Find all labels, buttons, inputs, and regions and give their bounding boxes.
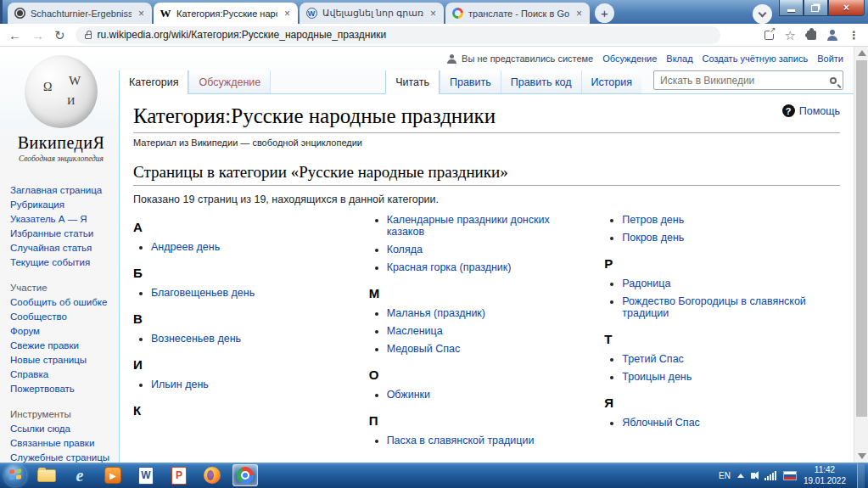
restore-button[interactable] (804, 0, 828, 16)
extensions-puzzle-icon[interactable] (807, 31, 816, 40)
search-icon[interactable] (830, 77, 837, 84)
tab-discussion[interactable]: Обсуждение (188, 70, 271, 93)
sidebar-item-new-pages[interactable]: Новые страницы (10, 355, 112, 366)
tab-search-button[interactable] (753, 4, 772, 24)
url-text[interactable]: ru.wikipedia.org/wiki/Категория:Русские_… (98, 29, 387, 41)
scrollbar-thumb[interactable] (856, 60, 867, 417)
sidebar-item-related-changes[interactable]: Связанные правки (10, 438, 112, 449)
sidebar-item-current-events[interactable]: Текущие события (10, 257, 112, 268)
sidebar-item-donate[interactable]: Пожертвовать (10, 384, 112, 395)
category-page-link[interactable]: Рождество Богородицы в славянской традиц… (622, 295, 806, 319)
tab-close-icon[interactable]: × (283, 8, 292, 20)
category-page-link[interactable]: Календарные праздники донских казаков (387, 214, 550, 238)
russian-flag-icon[interactable] (783, 471, 797, 480)
speaker-icon[interactable] (751, 473, 755, 479)
list-item: Радоница (622, 278, 821, 289)
page-scrollbar[interactable] (854, 47, 868, 463)
sidebar-item-rubrication[interactable]: Рубрикация (10, 199, 112, 210)
sidebar-item-forum[interactable]: Форум (10, 326, 112, 337)
close-button[interactable]: × (828, 0, 865, 16)
start-button[interactable] (4, 464, 26, 486)
category-page-link[interactable]: Коляда (387, 244, 423, 255)
category-page-link[interactable]: Пасха в славянской традиции (387, 435, 535, 446)
category-page-link[interactable]: Благовещеньев день (151, 287, 255, 299)
sidebar-item-help[interactable]: Справка (10, 369, 112, 380)
browser-tab-2-active[interactable]: W Категория:Русские народные пр × (154, 3, 298, 24)
category-page-link[interactable]: Ильин день (151, 379, 209, 390)
new-tab-button[interactable]: + (595, 3, 614, 23)
sidebar-item-report-error[interactable]: Сообщить об ошибке (10, 297, 112, 308)
category-page-link[interactable]: Яблочный Спас (622, 417, 700, 429)
browser-tab-3[interactable]: W Ավելացնել նոր գրառում ← Արե × (300, 3, 444, 24)
sidebar-item-index[interactable]: Указатель А — Я (10, 214, 112, 225)
category-page-link[interactable]: Радоница (622, 278, 670, 289)
tab-edit-source[interactable]: Править код (501, 70, 581, 93)
scrollbar-down-arrow[interactable] (858, 453, 866, 459)
personal-talk-link[interactable]: Обсуждение (602, 53, 657, 64)
personal-create-account-link[interactable]: Создать учётную запись (703, 53, 809, 64)
tab-category[interactable]: Категория (119, 70, 188, 94)
reload-button[interactable]: ↻ (54, 29, 65, 42)
taskbar-powerpoint-button[interactable]: P (166, 464, 192, 486)
help-label[interactable]: Помощь (799, 105, 840, 117)
wiki-search-input[interactable] (660, 75, 830, 87)
back-button[interactable]: ← (8, 29, 21, 42)
list-item: Календарные праздники донских казаков (387, 214, 586, 238)
network-signal-icon[interactable] (764, 471, 776, 480)
category-page-link[interactable]: Андреев день (151, 241, 220, 253)
sidebar-item-featured[interactable]: Избранные статьи (10, 228, 112, 239)
personal-login-link[interactable]: Войти (817, 53, 843, 64)
category-page-link[interactable]: Маланья (праздник) (387, 307, 485, 319)
padlock-icon[interactable] (85, 34, 92, 39)
taskbar-word-button[interactable]: W (133, 464, 159, 486)
taskbar-ie-button[interactable]: e (67, 464, 92, 486)
address-bar[interactable]: ru.wikipedia.org/wiki/Категория:Русские_… (76, 26, 720, 44)
category-page-link[interactable]: Вознесеньев день (151, 333, 241, 345)
minimize-button[interactable] (779, 0, 804, 16)
taskbar-firefox-button[interactable] (199, 464, 225, 486)
category-page-link[interactable]: Красная горка (праздник) (387, 261, 512, 273)
taskbar-media-player-button[interactable]: ▶ (100, 464, 126, 486)
bookmark-star-icon[interactable]: ☆ (785, 29, 796, 42)
sidebar-group-navigation: Заглавная страница Рубрикация Указатель … (10, 185, 112, 268)
forward-button[interactable]: → (31, 29, 44, 42)
wikipedia-logo[interactable]: W Ω И ВикипедиЯ Свободная энциклопедия (10, 55, 112, 163)
list-item: Яблочный Спас (622, 417, 821, 429)
sidebar-item-main-page[interactable]: Заглавная страница (10, 185, 112, 196)
toolbar-right-icons: ☆ ⋮ (764, 29, 860, 42)
tab-close-icon[interactable]: × (428, 8, 438, 20)
language-indicator[interactable]: EN (719, 471, 731, 480)
tab-edit[interactable]: Править (440, 70, 501, 93)
list-item: Масленица (387, 325, 586, 337)
firefox-icon (204, 467, 221, 484)
menu-dots-icon[interactable]: ⋮ (848, 29, 860, 42)
sidebar-item-recent-changes[interactable]: Свежие правки (10, 340, 112, 351)
tab-history[interactable]: История (581, 70, 641, 93)
sidebar-item-what-links-here[interactable]: Ссылки сюда (10, 423, 112, 435)
sidebar-item-random[interactable]: Случайная статья (10, 243, 112, 254)
sidebar-item-community[interactable]: Сообщество (10, 311, 112, 323)
share-icon[interactable] (764, 31, 774, 40)
category-page-link[interactable]: Обжинки (387, 389, 430, 401)
show-desktop-button[interactable] (857, 463, 865, 488)
tab-close-icon[interactable]: × (137, 8, 146, 20)
hidden-icons-arrow[interactable] (737, 474, 744, 478)
taskbar-chrome-button[interactable] (232, 464, 258, 486)
taskbar-explorer-button[interactable] (34, 464, 59, 486)
scrollbar-up-arrow[interactable] (858, 50, 866, 56)
profile-icon[interactable] (827, 30, 837, 40)
category-page-link[interactable]: Троицын день (622, 371, 692, 383)
tab-close-icon[interactable]: × (574, 8, 584, 20)
category-page-link[interactable]: Покров день (622, 232, 684, 244)
category-page-link[interactable]: Третий Спас (622, 353, 684, 365)
category-page-link[interactable]: Масленица (387, 325, 443, 337)
category-page-link[interactable]: Медовый Спас (387, 343, 461, 355)
tab-read[interactable]: Читать (385, 70, 440, 94)
browser-tab-4[interactable]: транслате - Поиск в Google × (445, 3, 590, 24)
browser-tab-1[interactable]: Schachturnier-Ergebnisserver Ch × (8, 3, 152, 24)
taskbar-clock[interactable]: 11:42 19.01.2022 (804, 464, 846, 486)
help-link[interactable]: ? Помощь (782, 104, 840, 117)
wiki-search-box[interactable] (653, 70, 843, 90)
personal-contributions-link[interactable]: Вклад (666, 53, 692, 64)
category-page-link[interactable]: Петров день (622, 214, 684, 226)
